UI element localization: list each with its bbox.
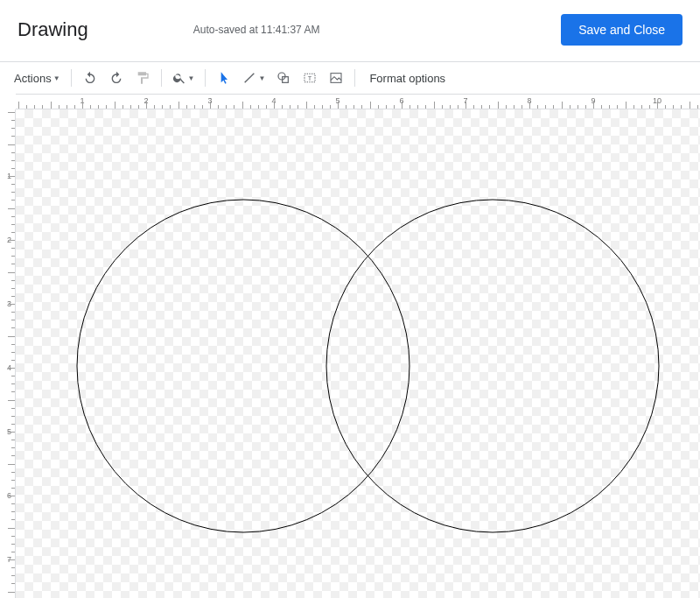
svg-line-0: [245, 74, 255, 83]
circle-shape-right[interactable]: [326, 200, 659, 532]
textbox-icon: T: [303, 71, 317, 85]
svg-text:T: T: [308, 74, 312, 82]
actions-label: Actions: [14, 72, 52, 85]
zoom-button[interactable]: ▼: [169, 67, 199, 89]
actions-menu[interactable]: Actions ▼: [10, 67, 64, 89]
vertical-ruler: 1234567: [0, 109, 16, 598]
zoom-icon: [172, 71, 186, 85]
shape-icon: [276, 71, 290, 85]
horizontal-ruler: 12345678910: [16, 94, 700, 109]
circle-shape-left[interactable]: [77, 200, 410, 532]
format-options-button[interactable]: Format options: [362, 72, 452, 85]
line-icon: [242, 71, 256, 85]
line-tool[interactable]: ▼: [239, 67, 269, 89]
undo-icon: [83, 71, 97, 85]
separator: [71, 69, 72, 87]
separator: [354, 69, 355, 87]
drawing-canvas[interactable]: [16, 109, 700, 598]
image-icon: [329, 71, 343, 85]
workspace: 1234567: [0, 109, 700, 598]
paint-format-button[interactable]: [131, 67, 154, 89]
caret-down-icon: ▼: [53, 74, 60, 82]
autosave-status: Auto-saved at 11:41:37 AM: [193, 24, 320, 36]
redo-button[interactable]: [105, 67, 128, 89]
redo-icon: [109, 71, 123, 85]
paint-format-icon: [136, 71, 150, 85]
save-and-close-button[interactable]: Save and Close: [561, 14, 682, 46]
shapes-layer: [16, 109, 700, 598]
caret-down-icon: ▼: [188, 74, 195, 82]
cursor-icon: [217, 71, 231, 85]
image-tool[interactable]: [325, 67, 347, 89]
separator: [161, 69, 162, 87]
caret-down-icon: ▼: [258, 74, 265, 82]
textbox-tool[interactable]: T: [298, 67, 321, 89]
svg-point-1: [278, 73, 285, 80]
page-title: Drawing: [18, 18, 88, 41]
header-bar: Drawing Auto-saved at 11:41:37 AM Save a…: [0, 0, 700, 61]
shape-tool[interactable]: [272, 67, 295, 89]
select-tool[interactable]: [213, 67, 235, 89]
toolbar: Actions ▼ ▼ ▼ T Format options: [0, 62, 700, 94]
undo-button[interactable]: [79, 67, 102, 89]
separator: [205, 69, 206, 87]
